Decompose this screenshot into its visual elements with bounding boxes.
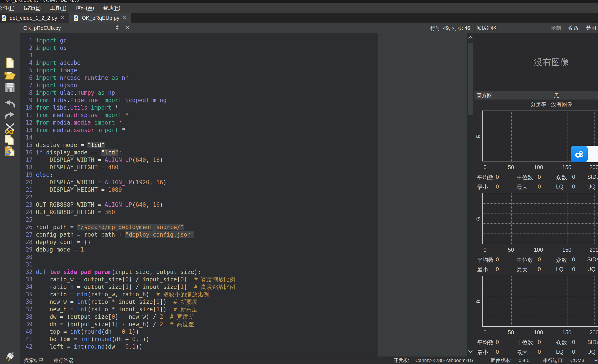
save-icon[interactable] bbox=[4, 82, 16, 93]
line-number: 24 bbox=[20, 208, 33, 216]
menu-item-F[interactable]: 文件(F) bbox=[0, 5, 19, 11]
code-line: 33 ratio_w = output_size[0] / input_size… bbox=[20, 276, 235, 283]
netdisk-icon bbox=[571, 146, 588, 162]
tab-close-icon[interactable] bbox=[122, 15, 127, 21]
disable-button[interactable]: 禁用 bbox=[586, 25, 596, 31]
stats-row: 平均数0中位数0众数0StDev bbox=[474, 338, 598, 347]
record-button[interactable]: 录制 bbox=[551, 25, 561, 31]
scroll-up-icon[interactable] bbox=[467, 35, 473, 40]
code-text: import aicube bbox=[36, 59, 81, 66]
code-line: 6import nncase_runtime as nn bbox=[20, 74, 235, 82]
cut-icon[interactable] bbox=[4, 122, 16, 134]
gridline-h bbox=[483, 223, 598, 224]
gridline-v bbox=[539, 111, 539, 161]
code-text: top = int(round(dh - 0.1)) bbox=[36, 328, 139, 335]
line-number: 4 bbox=[20, 59, 33, 66]
code-line: 29debug_mode = 1 bbox=[20, 246, 235, 253]
code-line: 35 ratio = min(ratio_w, ratio_h) # 取较小的缩… bbox=[20, 291, 235, 298]
code-text: import gc bbox=[36, 37, 67, 44]
code-text: deploy_conf = {} bbox=[36, 238, 91, 246]
python-file-icon bbox=[73, 15, 79, 21]
line-number: 40 bbox=[20, 328, 33, 335]
status-bar: 搜索结果串行终端开发板:Canmv-K230-Yahboom-1G固件版本:0.… bbox=[20, 356, 598, 364]
tab-close-icon[interactable] bbox=[60, 15, 65, 21]
line-number: 42 bbox=[20, 343, 33, 350]
line-number: 39 bbox=[20, 321, 33, 328]
tab-det_video_1_2_2.py[interactable]: det_video_1_2_2.py bbox=[0, 13, 69, 23]
gridline-v bbox=[539, 276, 539, 326]
menu-item-W[interactable]: 控件(W) bbox=[71, 5, 99, 11]
stat-label: 中位数 bbox=[517, 256, 533, 264]
copy-icon[interactable] bbox=[4, 134, 16, 146]
stat-value: 0 bbox=[572, 256, 575, 263]
new-file-icon[interactable] bbox=[4, 57, 16, 68]
scroll-down-icon[interactable] bbox=[467, 349, 473, 354]
menu-item-H[interactable]: 帮助(H) bbox=[99, 5, 125, 11]
code-text: import os bbox=[36, 44, 67, 52]
stat-label: 中位数 bbox=[517, 339, 533, 346]
stat-value: 0 bbox=[496, 183, 499, 190]
code-line: 11from media.display import * bbox=[20, 111, 235, 119]
scrollbar-handle[interactable] bbox=[468, 43, 473, 115]
code-line: 36 new_w = int(ratio * input_size[0]) # … bbox=[20, 298, 235, 306]
menu-item-E[interactable]: 编辑(E) bbox=[19, 5, 45, 11]
plot-area-G bbox=[482, 193, 598, 244]
code-text: display_mode = "lcd" bbox=[36, 141, 105, 149]
code-text: dh = (output_size[1] - new_h) / 2 # 高度差 bbox=[36, 321, 194, 328]
paste-icon[interactable] bbox=[4, 145, 16, 157]
axis-label-B: B bbox=[475, 297, 482, 306]
statusbar-搜索结果[interactable]: 搜索结果 bbox=[24, 357, 43, 364]
stat-value: 0 bbox=[496, 266, 499, 273]
code-line: 13from media.sensor import * bbox=[20, 126, 235, 134]
line-number: 18 bbox=[20, 164, 33, 171]
gridline-h bbox=[483, 121, 598, 121]
stat-value: 0 bbox=[538, 174, 541, 180]
code-line: 4import aicube bbox=[20, 59, 235, 66]
gridline-h bbox=[483, 141, 598, 141]
tab-OK_pRqEUb.py[interactable]: OK_pRqEUb.py bbox=[69, 13, 131, 23]
close-editor-icon[interactable] bbox=[125, 25, 130, 31]
code-text: from media.sensor import * bbox=[36, 126, 125, 134]
code-line: 3 bbox=[20, 52, 235, 59]
tick-label: 100 bbox=[534, 329, 543, 336]
split-editor-icon[interactable] bbox=[115, 25, 120, 32]
undo-icon[interactable] bbox=[4, 99, 16, 110]
line-number: 27 bbox=[20, 231, 33, 238]
tick-label: 200 bbox=[590, 164, 598, 170]
status-info: 固件版本: bbox=[491, 357, 511, 364]
wrap-margin-area bbox=[378, 33, 467, 356]
stat-label: LQ bbox=[556, 266, 563, 273]
editor-scrollbar[interactable] bbox=[467, 33, 473, 356]
stat-label: 最大 bbox=[517, 183, 528, 191]
gridline-h bbox=[483, 316, 598, 316]
code-editor[interactable]: 1import gc2import os34import aicube5impo… bbox=[20, 33, 473, 356]
line-number: 17 bbox=[20, 156, 33, 164]
frame-buffer-header: 帧缓冲区 录制 缩放 禁用 bbox=[474, 23, 598, 33]
stat-label: UQ bbox=[587, 183, 596, 190]
line-number: 19 bbox=[20, 171, 33, 179]
line-number: 12 bbox=[20, 119, 33, 126]
code-text: import ujson bbox=[36, 82, 77, 89]
stat-label: LQ bbox=[556, 183, 563, 190]
python-file-icon bbox=[1, 15, 7, 21]
no-image-text: 没有图像 bbox=[474, 56, 598, 68]
histogram-mode-select[interactable]: 无 bbox=[554, 92, 559, 99]
line-number: 29 bbox=[20, 246, 33, 253]
code-line: 2import os bbox=[20, 44, 235, 52]
statusbar-串行终端[interactable]: 串行终端 bbox=[54, 357, 73, 364]
line-number: 6 bbox=[20, 74, 33, 82]
plug-icon[interactable] bbox=[4, 351, 16, 362]
redo-icon[interactable] bbox=[4, 110, 16, 122]
zoom-button[interactable]: 缩放 bbox=[569, 25, 579, 31]
stat-label: 最小 bbox=[477, 349, 488, 356]
code-line: 28deploy_conf = {} bbox=[20, 238, 235, 246]
image-preview: 没有图像 bbox=[474, 33, 598, 91]
open-folder-icon[interactable] bbox=[4, 69, 16, 81]
code-text: import ulab.numpy as np bbox=[36, 89, 115, 96]
netdisk-drag-overlay[interactable]: 拖拽 bbox=[571, 146, 598, 162]
code-line: 27config_path = root_path + "deploy_conf… bbox=[20, 231, 235, 238]
line-number: 16 bbox=[20, 149, 33, 156]
menu-item-T[interactable]: 工具(T) bbox=[45, 5, 71, 11]
code-text: from libs.PipeLine import ScopedTiming bbox=[36, 96, 166, 104]
gridline-h bbox=[483, 203, 598, 204]
